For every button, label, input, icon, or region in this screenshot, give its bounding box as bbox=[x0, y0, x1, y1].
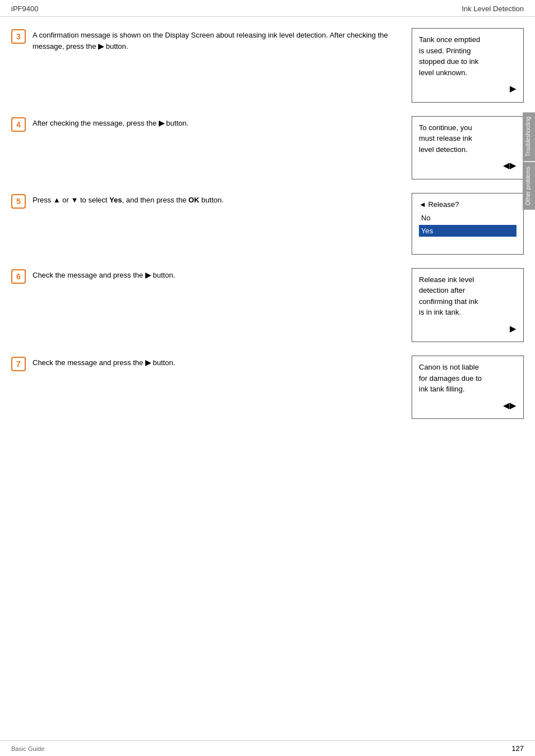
display-text-7: Canon is not liable for damages due to i… bbox=[419, 362, 516, 395]
step-display-3: Tank once emptied is used. Printing stop… bbox=[412, 28, 524, 103]
menu-item-no: No bbox=[419, 212, 516, 224]
sidebar-tab-0[interactable]: Troubleshooting bbox=[523, 112, 535, 161]
sidebar-tab-1[interactable]: Other problems bbox=[523, 162, 535, 210]
step-description-5: Press ▲ or ▼ to select Yes, and then pre… bbox=[33, 193, 400, 206]
main-content: 3A confirmation message is shown on the … bbox=[0, 17, 535, 466]
display-text-6: Release ink level detection after confir… bbox=[419, 274, 516, 318]
step-number-6: 6 bbox=[11, 269, 26, 284]
step-row-6: 6Check the message and press the ▶ butto… bbox=[11, 268, 524, 343]
display-arrow-3: ▶ bbox=[419, 82, 516, 95]
step-display-6: Release ink level detection after confir… bbox=[412, 268, 524, 343]
menu-item-yes: Yes bbox=[419, 225, 516, 237]
step-description-6: Check the message and press the ▶ button… bbox=[33, 268, 400, 281]
step-row-5: 5Press ▲ or ▼ to select Yes, and then pr… bbox=[11, 193, 524, 255]
page-number: 127 bbox=[511, 744, 524, 753]
footer: Basic Guide 127 bbox=[0, 740, 535, 756]
display-box-3: Tank once emptied is used. Printing stop… bbox=[412, 28, 524, 103]
step-row-4: 4After checking the message, press the ▶… bbox=[11, 116, 524, 179]
step-number-3: 3 bbox=[11, 29, 26, 44]
step-left-6: 6Check the message and press the ▶ butto… bbox=[11, 268, 412, 284]
step-number-5: 5 bbox=[11, 194, 26, 209]
right-sidebar: TroubleshootingOther problems bbox=[523, 112, 535, 210]
step-row-3: 3A confirmation message is shown on the … bbox=[11, 28, 524, 103]
step-display-5: ◄ Release?NoYes bbox=[412, 193, 524, 255]
header: iPF9400 Ink Level Detection bbox=[0, 0, 535, 17]
display-arrow-7: ◀▶ bbox=[419, 399, 516, 412]
display-text-3: Tank once emptied is used. Printing stop… bbox=[419, 34, 516, 78]
step-left-4: 4After checking the message, press the ▶… bbox=[11, 116, 412, 132]
step-display-4: To continue, you must release ink level … bbox=[412, 116, 524, 179]
display-arrow-6: ▶ bbox=[419, 322, 516, 335]
display-box-6: Release ink level detection after confir… bbox=[412, 268, 524, 343]
menu-header-5: ◄ Release? bbox=[419, 199, 516, 210]
display-box-5: ◄ Release?NoYes bbox=[412, 193, 524, 255]
step-number-7: 7 bbox=[11, 357, 26, 371]
step-display-7: Canon is not liable for damages due to i… bbox=[412, 356, 524, 419]
display-box-4: To continue, you must release ink level … bbox=[412, 116, 524, 179]
step-left-5: 5Press ▲ or ▼ to select Yes, and then pr… bbox=[11, 193, 412, 209]
footer-left: Basic Guide bbox=[11, 745, 44, 752]
header-left: iPF9400 bbox=[11, 4, 38, 13]
step-description-7: Check the message and press the ▶ button… bbox=[33, 356, 400, 368]
page-container: iPF9400 Ink Level Detection 3A confirmat… bbox=[0, 0, 535, 756]
step-number-4: 4 bbox=[11, 117, 26, 132]
step-description-4: After checking the message, press the ▶ … bbox=[33, 116, 400, 129]
display-text-4: To continue, you must release ink level … bbox=[419, 122, 516, 155]
step-row-7: 7Check the message and press the ▶ butto… bbox=[11, 356, 524, 419]
display-box-7: Canon is not liable for damages due to i… bbox=[412, 356, 524, 419]
step-description-3: A confirmation message is shown on the D… bbox=[33, 28, 400, 52]
step-left-3: 3A confirmation message is shown on the … bbox=[11, 28, 412, 52]
step-left-7: 7Check the message and press the ▶ butto… bbox=[11, 356, 412, 371]
header-right: Ink Level Detection bbox=[462, 4, 524, 13]
display-arrow-4: ◀▶ bbox=[419, 159, 516, 172]
